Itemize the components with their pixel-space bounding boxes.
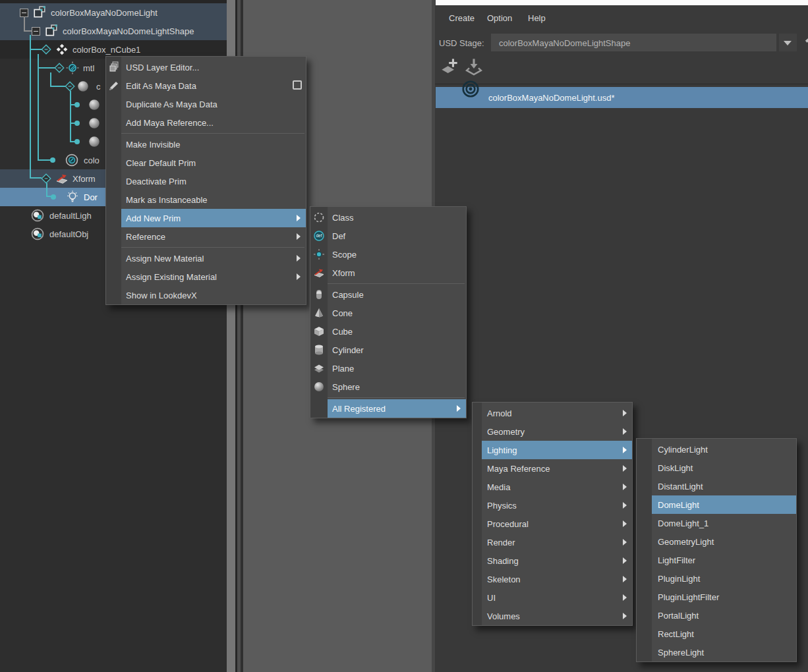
menu-item-def[interactable]: defDef: [310, 227, 466, 245]
menu-separator-line: [328, 283, 465, 284]
save-layer-button[interactable]: [465, 57, 484, 78]
menu-item-media[interactable]: Media: [473, 478, 632, 496]
menu-item-volumes[interactable]: Volumes: [473, 607, 632, 625]
material-scope-icon: [66, 61, 79, 74]
menu-item-cylinder[interactable]: Cylinder: [310, 341, 466, 359]
menu-item-all-registered[interactable]: All Registered: [310, 399, 466, 418]
submenu-arrow-icon: [623, 410, 627, 416]
option-box-icon[interactable]: [293, 80, 302, 90]
submenu-arrow-icon: [297, 255, 301, 262]
diamond-expander-icon[interactable]: [54, 63, 65, 73]
menu-item-domelight-1[interactable]: DomeLight_1: [637, 514, 796, 532]
menu-item-duplicate-as-maya-data[interactable]: Duplicate As Maya Data: [106, 95, 306, 113]
diamond-expander-icon[interactable]: [65, 81, 75, 92]
plane-icon: [313, 362, 325, 374]
menu-item-distantlight[interactable]: DistantLight: [637, 477, 796, 495]
menu-item-xform[interactable]: Xform: [310, 264, 466, 282]
menu-help[interactable]: Help: [528, 13, 546, 23]
menu-item-show-in-lookdevx[interactable]: Show in LookdevX: [106, 286, 306, 304]
menu-item-label: PortalLight: [658, 611, 699, 621]
outliner-label: colorBoxMayaNoDomeLight: [51, 8, 158, 18]
usd-layers-icon: [108, 61, 120, 73]
usd-stage-dropdown[interactable]: colorBoxMayaNoDomeLightShape: [491, 34, 776, 51]
menu-item-lightfilter[interactable]: LightFilter: [637, 551, 796, 569]
def-icon: def: [313, 230, 325, 242]
menu-item-domelight[interactable]: DomeLight: [637, 495, 796, 514]
menu-item-assign-existing-material[interactable]: Assign Existing Material: [106, 267, 306, 286]
menu-option[interactable]: Option: [487, 13, 512, 23]
usd-stage-value: colorBoxMayaNoDomeLightShape: [499, 38, 630, 47]
menu-item-rectlight[interactable]: RectLight: [637, 625, 796, 643]
sphere-icon: [88, 135, 101, 148]
menu-item-edit-as-maya-data[interactable]: Edit As Maya Data: [106, 76, 306, 95]
menu-item-procedural[interactable]: Procedural: [473, 515, 632, 533]
menu-item-maya-reference[interactable]: Maya Reference: [473, 459, 632, 478]
sphere-icon: [76, 80, 90, 93]
menu-item-label: RectLight: [658, 629, 694, 639]
collapse-expander-icon[interactable]: [32, 27, 40, 36]
submenu-arrow-icon: [623, 502, 627, 509]
tree-connector-line: [38, 67, 55, 69]
menu-item-spherelight[interactable]: SphereLight: [637, 643, 796, 661]
menu-item-arnold[interactable]: Arnold: [473, 404, 632, 422]
class-icon: [313, 211, 325, 223]
add-layer-icon: [440, 57, 459, 76]
menu-item-mark-as-instanceable[interactable]: Mark as Instanceable: [106, 190, 306, 209]
menu-item-plane[interactable]: Plane: [310, 359, 466, 378]
menu-item-cylinderlight[interactable]: CylinderLight: [637, 440, 796, 459]
menu-item-pluginlight[interactable]: PluginLight: [637, 569, 796, 588]
menu-item-label: Class: [332, 213, 354, 223]
menu-item-add-maya-reference[interactable]: Add Maya Reference...: [106, 113, 306, 132]
menu-item-sphere[interactable]: Sphere: [310, 378, 466, 396]
menu-item-lighting[interactable]: Lighting: [473, 441, 632, 459]
menu-item-label: Mark as Instanceable: [126, 195, 208, 205]
menu-item-reference[interactable]: Reference: [106, 227, 306, 246]
tree-connector-line: [30, 177, 42, 179]
material-scope-icon: [66, 61, 79, 74]
menu-item-physics[interactable]: Physics: [473, 496, 632, 515]
tree-connector-dot: [51, 194, 56, 200]
menu-item-capsule[interactable]: Capsule: [310, 285, 466, 304]
menu-item-add-new-prim[interactable]: Add New Prim: [106, 209, 306, 227]
menu-create[interactable]: Create: [449, 13, 475, 23]
diamond-expander-icon[interactable]: [41, 44, 51, 55]
menu-item-portallight[interactable]: PortalLight: [637, 606, 796, 625]
sphere-icon: [88, 117, 101, 130]
menu-item-geometry[interactable]: Geometry: [473, 422, 632, 441]
sphere-icon: [88, 98, 101, 111]
menu-item-deactivate-prim[interactable]: Deactivate Prim: [106, 172, 306, 190]
menu-item-make-invisible[interactable]: Make Invisible: [106, 135, 306, 154]
submenu-arrow-icon: [623, 539, 627, 546]
menu-item-skeleton[interactable]: Skeleton: [473, 570, 632, 588]
layer-row[interactable]: colorBoxMayaNoDomeLight.usd*: [436, 87, 808, 108]
menu-item-clear-default-prim[interactable]: Clear Default Prim: [106, 154, 306, 172]
object-set-icon: [31, 227, 44, 240]
outliner-label: colorBoxMayaNoDomeLightShape: [63, 26, 194, 36]
menu-item-assign-new-material[interactable]: Assign New Material: [106, 249, 306, 267]
class-icon: [313, 211, 325, 223]
menu-item-label: Cylinder: [332, 345, 364, 355]
cone-icon: [313, 307, 325, 319]
menu-item-ui[interactable]: UI: [473, 588, 632, 607]
menu-item-scope[interactable]: Scope: [310, 245, 466, 264]
menu-item-label: Render: [487, 538, 515, 547]
menu-item-cube[interactable]: Cube: [310, 322, 466, 341]
menu-item-pluginlightfilter[interactable]: PluginLightFilter: [637, 588, 796, 606]
chevron-down-icon[interactable]: [779, 34, 797, 51]
menu-item-disklight[interactable]: DiskLight: [637, 459, 796, 477]
outliner-row-colorboxmayanodomelight[interactable]: colorBoxMayaNoDomeLight: [0, 3, 227, 22]
menu-item-usd-layer-editor[interactable]: USD Layer Editor...: [106, 58, 306, 76]
menu-item-render[interactable]: Render: [473, 533, 632, 551]
tree-connector-line: [30, 49, 42, 50]
diamond-expander-icon[interactable]: [41, 173, 51, 184]
menu-item-cone[interactable]: Cone: [310, 304, 466, 322]
menu-item-class[interactable]: Class: [310, 208, 466, 227]
outliner-row-colorboxmayanodomelightshape[interactable]: colorBoxMayaNoDomeLightShape: [0, 22, 227, 40]
menu-separator-line: [121, 133, 304, 134]
menu-item-label: Show in LookdevX: [126, 291, 197, 300]
menu-item-geometrylight[interactable]: GeometryLight: [637, 532, 796, 551]
menu-item-label: Add Maya Reference...: [126, 118, 214, 128]
menu-item-label: UI: [487, 593, 496, 603]
menu-item-shading[interactable]: Shading: [473, 551, 632, 570]
add-layer-button[interactable]: [440, 57, 460, 78]
